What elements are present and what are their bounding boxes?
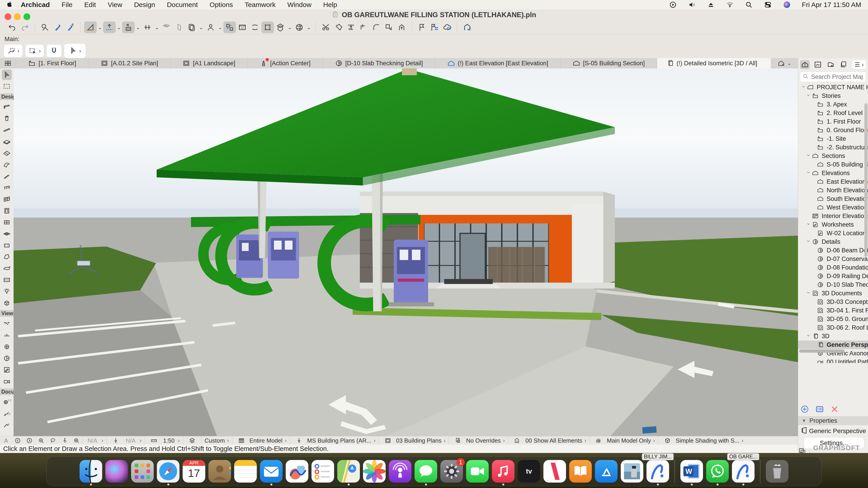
dropdown-caret-icon[interactable]: ⌄ [135, 24, 141, 31]
angle-dimension-tool[interactable]: 1.2 [2, 409, 12, 419]
tree-item-3d-05-0-ground-f[interactable]: 3D-05 0. Ground F [798, 315, 868, 323]
zoom-window-button[interactable] [24, 13, 30, 20]
object-tool[interactable] [2, 298, 12, 308]
explore-walk-icon[interactable] [60, 437, 70, 444]
chevron-down-icon[interactable] [805, 221, 812, 228]
dock-icon-photos[interactable] [363, 460, 385, 483]
dock-icon-facetime[interactable] [466, 460, 489, 483]
chevron-down-icon[interactable] [805, 333, 812, 339]
door-tool[interactable] [2, 205, 12, 216]
apple-menu-icon[interactable] [6, 1, 13, 9]
dock-icon-reminders[interactable] [311, 460, 334, 483]
coordinates-xy-icon[interactable]: XY [122, 22, 135, 33]
dock-icon-archicad-billy-jim-[interactable]: BILLY JIM... [647, 460, 669, 483]
tab--a-01-2-site-plan-[interactable]: [A.01.2 Site Plan] [88, 58, 170, 68]
dock-icon-whatsapp[interactable] [706, 460, 729, 483]
dimension-settings-icon[interactable]: 12 [236, 22, 249, 33]
control-center-icon[interactable] [764, 1, 772, 9]
tree-item-3-apex[interactable]: 3. Apex [798, 100, 868, 109]
move-elements-icon[interactable] [261, 22, 274, 33]
tree-item-3d[interactable]: 3D [798, 332, 868, 340]
flag-note-icon[interactable] [415, 22, 428, 33]
chevron-down-icon[interactable] [800, 84, 807, 90]
shell-tool[interactable] [2, 160, 12, 170]
quick-option-1-50[interactable]: 1:50› [145, 436, 183, 445]
properties-header[interactable]: ▼ Properties [798, 416, 868, 425]
tree-item-west-elevation-au[interactable]: West Elevation (Au [798, 203, 868, 212]
opening-tool[interactable] [2, 240, 12, 251]
quick-option-ms-building-plans-ar-[interactable]: MS Building Plans (AR...› [290, 436, 379, 445]
tree-item-sections[interactable]: Sections [798, 152, 868, 160]
dropdown-caret-icon[interactable]: ⌄ [154, 24, 160, 31]
dock-icon-news[interactable] [544, 460, 566, 483]
tab--east-elevation-east-elevation-[interactable]: (!) East Elevation [East Elevation] [435, 58, 561, 68]
project-map-tab[interactable] [800, 60, 810, 69]
tree-item-elevations[interactable]: Elevations [798, 169, 868, 177]
trace-reference-icon[interactable] [173, 22, 185, 33]
tab--detailed-isometric-3d-all-[interactable]: (!) Detailed Isometric [3D / All] [657, 58, 771, 68]
camera-tool-tool[interactable] [2, 376, 12, 387]
chevron-down-icon[interactable] [805, 238, 812, 245]
tree-item-3d-03-conceptual[interactable]: 3D-03 Conceptual [798, 297, 868, 306]
3d-viewport[interactable]: x y z [13, 68, 798, 436]
tree-item--1-site[interactable]: -1. Site [798, 134, 868, 143]
dock-icon-music[interactable] [492, 460, 515, 483]
selection-area-button[interactable]: › [25, 44, 44, 57]
close-window-button[interactable] [4, 13, 11, 20]
menu-item-view[interactable]: View [107, 1, 122, 8]
tree-item-00-untitled-path[interactable]: 00 Untitled Path [798, 358, 868, 363]
dock-icon-word[interactable]: W [680, 460, 703, 483]
model-check-icon[interactable] [461, 22, 473, 33]
dock-icon-app-store[interactable] [595, 460, 618, 483]
layout-book-tab[interactable] [826, 60, 836, 69]
dock-icon-books[interactable] [569, 460, 592, 483]
cloud-estimate-icon[interactable] [441, 22, 454, 33]
view-map-tab[interactable] [813, 60, 823, 69]
roof-tool[interactable] [2, 148, 12, 158]
tree-item-w-02-location-ma[interactable]: W-02 Location Ma [798, 229, 868, 237]
quick-option-no-overrides[interactable]: No Overrides› [449, 436, 508, 445]
dropdown-caret-icon[interactable]: ⌄ [217, 24, 223, 31]
tree-item-east-elevation-au[interactable]: East Elevation (Au [798, 177, 868, 186]
fillet-icon[interactable] [370, 22, 383, 33]
snap-guides-icon[interactable] [103, 22, 116, 33]
dock-icon-siri[interactable] [105, 460, 128, 483]
tree-item-generic-perspect[interactable]: Generic Perspect [798, 340, 868, 349]
tree-item-1-first-floor[interactable]: 1. First Floor [798, 117, 868, 126]
menu-item-document[interactable]: Document [167, 1, 198, 8]
chevron-down-icon[interactable] [805, 93, 812, 99]
tree-item-project-name-here[interactable]: PROJECT NAME HERE [798, 83, 868, 92]
delete-view-button[interactable] [830, 405, 839, 414]
menu-item-file[interactable]: File [61, 1, 72, 8]
dock-icon-calendar[interactable]: APR17 [183, 460, 205, 483]
flag-list-icon[interactable] [428, 22, 441, 33]
search-input[interactable] [811, 73, 864, 80]
snap-points-icon[interactable] [141, 22, 154, 33]
quick-option-custom[interactable]: Custom› [201, 436, 232, 445]
tree-item-3d-documents[interactable]: 3D Documents [798, 289, 868, 297]
column-tool[interactable] [2, 113, 12, 124]
dock-icon-messages[interactable] [414, 460, 437, 483]
quick-option-main-model-only[interactable]: Main Model Only› [590, 436, 658, 445]
dock-icon-contacts[interactable] [209, 460, 231, 483]
edit-elements-icon[interactable] [223, 22, 236, 33]
morph-tool[interactable] [2, 252, 12, 262]
dock-icon-safari[interactable] [157, 460, 180, 483]
menu-item-design[interactable]: Design [134, 1, 155, 8]
section-tool-tool[interactable] [2, 319, 12, 329]
slab-tool[interactable] [2, 136, 12, 147]
detail-tool-tool[interactable] [2, 353, 12, 363]
dock-icon-launchpad[interactable] [131, 460, 154, 483]
tree-item-s-05-building-sect[interactable]: S-05 Building Sect [798, 160, 868, 169]
chevron-down-icon[interactable] [805, 290, 812, 296]
view-settings-button[interactable] [815, 405, 824, 414]
curtain-wall-tool[interactable] [2, 194, 12, 204]
dock-icon-archicad-ob-gare-[interactable]: OB GARE... [732, 460, 754, 483]
tree-item-worksheets[interactable]: Worksheets [798, 220, 868, 229]
menu-item-window[interactable]: Window [287, 1, 311, 8]
wifi-icon[interactable] [726, 1, 734, 9]
add-view-button[interactable] [800, 405, 809, 414]
tab--a1-landscape-[interactable]: [A1 Landscape] [170, 58, 248, 68]
menu-item-archicad[interactable]: Archicad [21, 1, 50, 8]
quick-option-entire-model[interactable]: Entire Model› [232, 436, 290, 445]
